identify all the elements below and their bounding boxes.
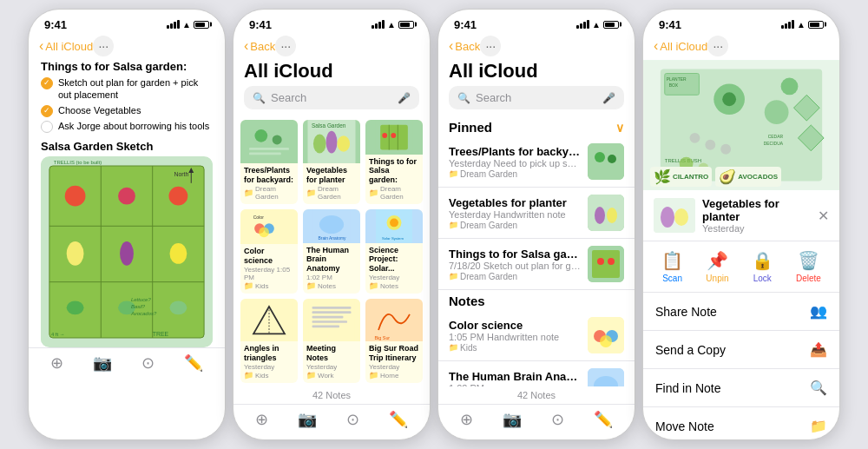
- note-card-6[interactable]: Solar System Science Project: Solar... Y…: [365, 209, 423, 294]
- pinned-note-info-2: Vegetables for planter Yesterday Handwri…: [449, 196, 581, 230]
- screen1-note-detail: 9:41 ▲ ‹ All iCloud ··· Things to for Sa…: [28, 9, 226, 440]
- send-copy-item[interactable]: Send a Copy 📤: [643, 331, 839, 369]
- action-icons-row: 📋 Scan 📌 Unpin 🔒 Lock 🗑️ Delete: [643, 241, 839, 293]
- tab-compose-icon-2[interactable]: ✏️: [389, 410, 408, 429]
- move-note-item[interactable]: Move Note 📁: [643, 407, 839, 439]
- svg-rect-57: [312, 311, 352, 314]
- scan-button[interactable]: 📋 Scan: [661, 250, 683, 283]
- sketch-title: Salsa Garden Sketch: [41, 140, 213, 153]
- pinned-note-date-3: 7/18/20 Sketch out plan for garden...: [449, 261, 581, 271]
- checkbox-2[interactable]: ✓: [41, 105, 53, 117]
- tab-search-icon[interactable]: ⊙: [141, 353, 155, 373]
- back-arrow-icon-3: ‹: [449, 38, 453, 54]
- pinned-chevron[interactable]: ∨: [615, 121, 624, 135]
- tab-compose-icon[interactable]: ✏️: [184, 353, 203, 373]
- tab-search-icon-2[interactable]: ⊙: [346, 410, 359, 429]
- note-preview-row: Vegetables for planter Yesterday ✕: [643, 190, 839, 241]
- note-folder-7: Yesterday: [244, 363, 294, 371]
- pinned-note-thumb-2: [588, 195, 624, 231]
- back-button-2[interactable]: ‹ Back: [244, 38, 275, 54]
- check-text-2: Choose Vegetables: [58, 104, 141, 116]
- pinned-note-2[interactable]: Vegetables for planter Yesterday Handwri…: [438, 188, 635, 239]
- tab-gallery-icon[interactable]: ⊕: [50, 353, 63, 373]
- checkbox-1[interactable]: ✓: [41, 77, 53, 89]
- tab-camera-icon[interactable]: 📷: [93, 353, 112, 373]
- note-card-3[interactable]: Things to for Salsa garden: 📁 Dream Gard…: [365, 120, 423, 204]
- close-button[interactable]: ✕: [818, 208, 829, 224]
- note-card-info-5: The Human Brain Anatomy 1:02 PM 📁 Notes: [303, 243, 360, 294]
- note-thumb-4: Color: [240, 209, 298, 244]
- note-card-7[interactable]: Angles in triangles Yesterday 📁 Kids: [240, 299, 298, 383]
- pinned-note-folder-3: 📁 Dream Garden: [449, 272, 581, 281]
- back-button-3[interactable]: ‹ Back: [449, 38, 480, 54]
- cilantro-emoji: 🌿: [654, 168, 671, 185]
- note-list-title-2: The Human Brain Anatomy: [449, 370, 581, 383]
- share-note-item[interactable]: Share Note 👥: [643, 293, 839, 331]
- back-button-4[interactable]: ‹ All iCloud: [654, 38, 707, 54]
- note-card-5[interactable]: Brain Anatomy The Human Brain Anatomy 1:…: [303, 209, 360, 294]
- find-in-note-item[interactable]: Find in Note 🔍: [643, 369, 839, 407]
- notes-count-3: 42 Notes: [438, 386, 635, 404]
- svg-text:North: North: [174, 170, 188, 176]
- battery-icon-3: [603, 21, 619, 29]
- note-title-9: Big Sur Road Trip Itinerary: [369, 344, 419, 363]
- back-label-1: All iCloud: [45, 40, 93, 53]
- note-card-info-8: Meeting Notes Yesterday 📁 Work: [303, 341, 360, 383]
- mic-icon-3: 🎤: [602, 92, 615, 104]
- note-folder-7b: 📁 Kids: [244, 371, 294, 380]
- avocados-label: AVOCADOS: [738, 173, 778, 181]
- more-button-3[interactable]: ···: [480, 36, 501, 56]
- note-folder-5b: 📁 Notes: [306, 281, 357, 290]
- note-thumb-1: [240, 120, 298, 163]
- note-card-2[interactable]: Salsa Garden Vegetables for planter 📁 Dr…: [303, 120, 360, 204]
- svg-point-30: [313, 134, 326, 153]
- time-1: 9:41: [44, 18, 67, 31]
- note-card-4[interactable]: Color Color science Yesterday 1:05 PM 📁 …: [240, 209, 298, 294]
- svg-point-6: [65, 185, 86, 206]
- back-button-1[interactable]: ‹ All iCloud: [39, 38, 93, 54]
- send-copy-label: Send a Copy: [655, 343, 726, 357]
- more-button-2[interactable]: ···: [275, 36, 296, 56]
- lock-icon: 🔒: [752, 250, 773, 271]
- note-thumb-2: Salsa Garden: [303, 120, 360, 163]
- note-title-6: Science Project: Solar...: [369, 246, 419, 274]
- svg-rect-59: [312, 320, 347, 323]
- tab-gallery-icon-3[interactable]: ⊕: [460, 410, 473, 429]
- checklist-title: Things to for Salsa garden:: [41, 60, 213, 73]
- note-card-9[interactable]: Big Sur Big Sur Road Trip Itinerary Yest…: [365, 299, 423, 383]
- svg-text:TREE: TREE: [153, 331, 169, 337]
- pinned-note-3[interactable]: Things to for Salsa garden: 7/18/20 Sket…: [438, 239, 635, 290]
- lock-button[interactable]: 🔒 Lock: [752, 250, 773, 283]
- garden-sketch-svg: Lettuce? Basil? Avocados? TRELLIS (to be…: [41, 156, 213, 347]
- tab-camera-icon-3[interactable]: 📷: [503, 410, 522, 429]
- unpin-button[interactable]: 📌 Unpin: [706, 250, 728, 283]
- note-folder-9: Yesterday: [369, 363, 419, 371]
- pinned-note-1[interactable]: Trees/Plants for backyard: Yesterday Nee…: [438, 136, 635, 188]
- note-card-8[interactable]: Meeting Notes Yesterday 📁 Work: [303, 299, 360, 383]
- tab-gallery-icon-2[interactable]: ⊕: [255, 410, 268, 429]
- notes-header: Notes: [438, 290, 635, 310]
- note-card-1[interactable]: Trees/Plants for backyard: 📁 Dream Garde…: [240, 120, 298, 204]
- avocado-emoji: 🥑: [719, 168, 736, 185]
- more-button-1[interactable]: ···: [93, 36, 114, 56]
- move-note-icon: 📁: [810, 418, 827, 434]
- note-list-info-2: The Human Brain Anatomy 1:02 PM 📁 Notes: [449, 370, 581, 387]
- tab-search-icon-3[interactable]: ⊙: [551, 410, 564, 429]
- note-card-info-1: Trees/Plants for backyard: 📁 Dream Garde…: [240, 163, 298, 204]
- svg-point-10: [120, 241, 134, 266]
- search-bar-2[interactable]: 🔍 Search 🎤: [244, 86, 419, 109]
- wifi-icon: ▲: [182, 20, 191, 30]
- checkbox-3[interactable]: [41, 121, 53, 133]
- tab-compose-icon-3[interactable]: ✏️: [594, 410, 613, 429]
- all-icloud-title-2: All iCloud: [233, 60, 430, 86]
- note-list-1[interactable]: Color science 1:05 PM Handwritten note 📁…: [438, 310, 635, 361]
- svg-rect-58: [312, 316, 344, 319]
- delete-button[interactable]: 🗑️ Delete: [796, 250, 821, 283]
- note-title-2: Vegetables for planter: [306, 166, 357, 185]
- note-list-2[interactable]: The Human Brain Anatomy 1:02 PM 📁 Notes: [438, 361, 635, 386]
- search-bar-3[interactable]: 🔍 Search 🎤: [449, 86, 624, 109]
- more-button-4[interactable]: ···: [707, 36, 728, 56]
- status-icons-4: ▲: [781, 20, 824, 30]
- pinned-note-title-2: Vegetables for planter: [449, 196, 581, 209]
- tab-camera-icon-2[interactable]: 📷: [298, 410, 317, 429]
